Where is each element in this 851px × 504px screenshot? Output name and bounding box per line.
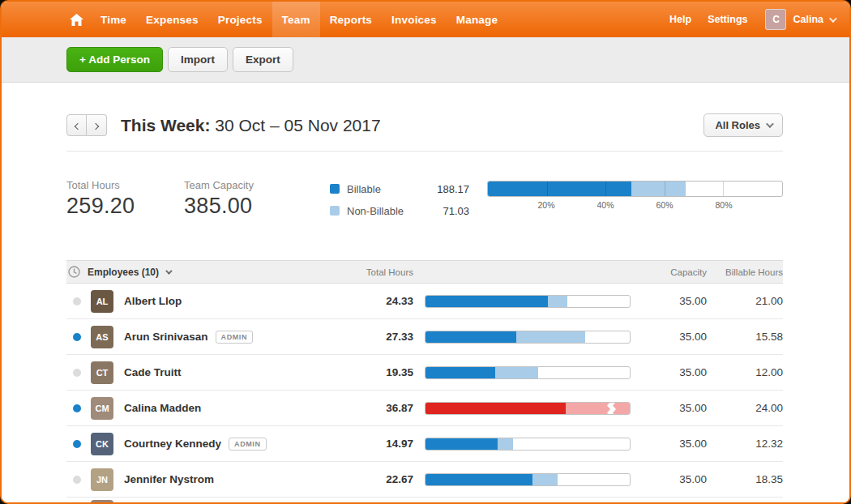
non-billable-swatch [330,206,340,216]
scale-tick-label: 60% [656,200,673,210]
chevron-right-icon [92,123,99,130]
user-menu[interactable]: C Calina [765,9,835,30]
add-person-button[interactable]: + Add Person [66,47,163,72]
scale-tick [605,182,606,196]
employee-name-link[interactable]: Jennifer Nystrom [124,473,214,485]
avatar: CM [91,397,113,420]
app-window: Time Expenses Projects Team Reports Invo… [0,0,851,504]
summary-section: Total Hours 259.20 Team Capacity 385.00 … [66,179,783,224]
table-row: CT Cade Truitt 19.35 35.00 12.00 [66,355,783,391]
non-billable-fill [566,403,630,414]
table-row: CK Courtney Kennedy ADMIN 14.97 35.00 12… [66,426,783,462]
team-capacity-bar: 20%40%60%80% [487,179,783,224]
employees-table: Employees (10) Total Hours Capacity Bill… [66,260,783,504]
export-button[interactable]: Export [233,47,293,72]
nav-item-projects[interactable]: Projects [208,2,272,37]
clock-icon [68,266,80,278]
billable-fill [426,296,548,307]
home-icon[interactable] [62,2,91,37]
billable-fill [426,331,516,343]
capacity-value: 35.00 [631,473,707,485]
billable-hours-header: Billable Hours [707,267,783,277]
billable-hours-value: 12.00 [707,366,783,378]
billable-hours-value: 15.58 [707,331,783,343]
chevron-down-icon [829,15,837,23]
employees-filter-dropdown[interactable]: Employees (10) [88,267,170,278]
billable-hours-value: 24.00 [707,402,783,414]
total-hours-value: 19.35 [357,366,413,378]
non-billable-fill [498,438,513,450]
avatar: AL [91,290,113,313]
capacity-value: 35.00 [631,331,707,343]
chevron-down-icon [165,267,172,274]
employee-name-link[interactable]: Courtney Kennedy [124,438,221,450]
username: Calina [793,14,823,25]
total-hours-value: 24.33 [357,295,413,307]
nav-item-invoices[interactable]: Invoices [382,2,447,37]
total-hours-header: Total Hours [357,267,413,277]
hours-legend: Billable 188.17 Non-Billable 71.03 [330,179,469,224]
settings-link[interactable]: Settings [699,14,755,25]
capacity-bar [425,295,631,308]
over-capacity-break-icon [606,402,617,415]
timer-status-dot [73,297,81,305]
scale-tick-label: 80% [715,200,732,210]
avatar [91,500,113,504]
import-button[interactable]: Import [168,47,228,72]
capacity-value: 35.00 [631,295,707,307]
nav-item-team[interactable]: Team [272,2,320,37]
divider [66,151,783,152]
avatar: CT [91,361,113,384]
table-row: JN Jennifer Nystrom 22.67 35.00 18.35 [66,462,783,498]
non-billable-fill [631,182,686,196]
page-title: This Week: 30 Oct – 05 Nov 2017 [121,116,381,135]
chevron-left-icon [74,123,80,130]
nav-item-manage[interactable]: Manage [447,2,507,37]
admin-badge: ADMIN [229,438,267,451]
capacity-bar [425,366,631,379]
roles-filter-dropdown[interactable]: All Roles [703,113,783,137]
next-week-button[interactable] [87,114,107,136]
capacity-bar [425,402,631,415]
table-row-partial [66,498,783,504]
billable-fill [426,474,532,485]
prev-week-button[interactable] [66,114,87,136]
timer-status-dot [73,369,81,377]
employee-name-link[interactable]: Cade Truitt [124,366,182,378]
non-billable-fill [548,296,567,307]
nav-item-time[interactable]: Time [91,2,136,37]
team-capacity-metric: Team Capacity 385.00 [184,179,330,224]
avatar: C [765,9,786,30]
nav-item-expenses[interactable]: Expenses [136,2,208,37]
total-hours-value: 36.87 [357,402,413,414]
nav-item-reports[interactable]: Reports [320,2,382,37]
scale-tick [723,182,724,196]
week-navigation: This Week: 30 Oct – 05 Nov 2017 All Role… [66,113,783,137]
legend-billable: Billable 188.17 [330,181,469,197]
capacity-header: Capacity [631,267,707,277]
timer-status-dot [73,440,81,448]
admin-badge: ADMIN [216,331,254,344]
non-billable-fill [532,474,558,485]
employee-name-link[interactable]: Calina Madden [124,402,201,414]
non-billable-fill [495,367,538,378]
top-nav: Time Expenses Projects Team Reports Invo… [2,2,849,37]
capacity-bar [425,473,631,486]
chevron-down-icon [766,120,774,128]
employee-name-link[interactable]: Albert Llop [124,295,182,307]
action-toolbar: + Add Person Import Export [2,37,849,83]
employee-name-link[interactable]: Arun Srinivasan [124,331,208,343]
billable-fill [488,182,631,196]
billable-hours-value: 21.00 [707,295,783,307]
total-hours-value: 22.67 [357,473,413,485]
timer-status-dot [73,476,81,484]
avatar: CK [91,433,113,455]
table-row: CM Calina Madden 36.87 35.00 24.00 [66,391,783,426]
help-link[interactable]: Help [661,14,699,25]
total-hours-metric: Total Hours 259.20 [66,179,184,224]
capacity-value: 35.00 [631,402,707,414]
capacity-value: 35.00 [631,366,707,378]
billable-fill [426,438,498,450]
scale-tick-label: 40% [597,200,614,210]
timer-status-dot [73,404,81,412]
